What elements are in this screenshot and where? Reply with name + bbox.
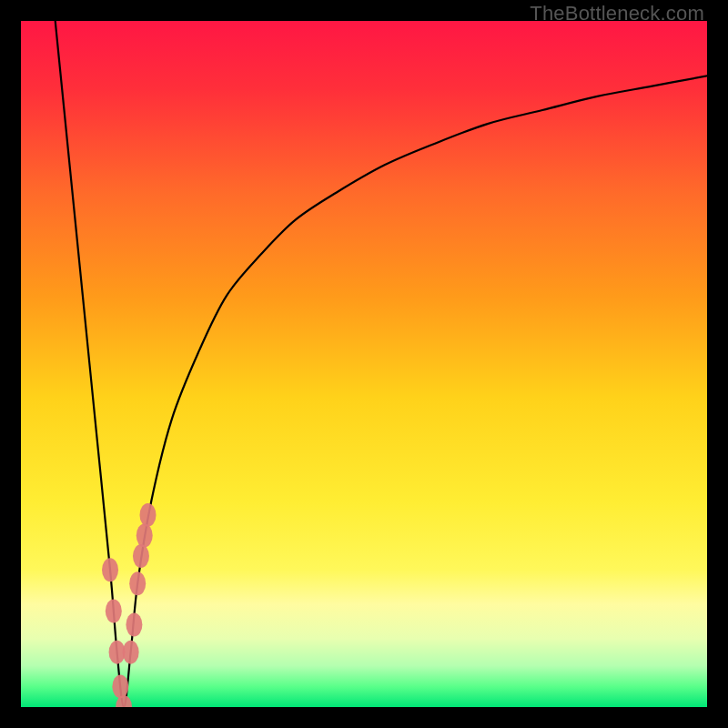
marker-dot — [106, 599, 122, 622]
chart-frame: TheBottleneck.com — [0, 0, 728, 728]
marker-dot — [123, 641, 139, 664]
chart-svg — [21, 21, 707, 707]
bottleneck-curve — [56, 21, 707, 707]
marker-dot — [102, 558, 118, 581]
marker-dot — [139, 503, 156, 527]
marker-dot — [133, 544, 149, 568]
marker-dot — [112, 674, 128, 698]
chart-plot-area — [21, 21, 707, 707]
marker-dot — [136, 524, 153, 548]
marker-dot — [129, 571, 146, 595]
marker-dot — [126, 613, 142, 637]
watermark-text: TheBottleneck.com — [530, 2, 704, 25]
